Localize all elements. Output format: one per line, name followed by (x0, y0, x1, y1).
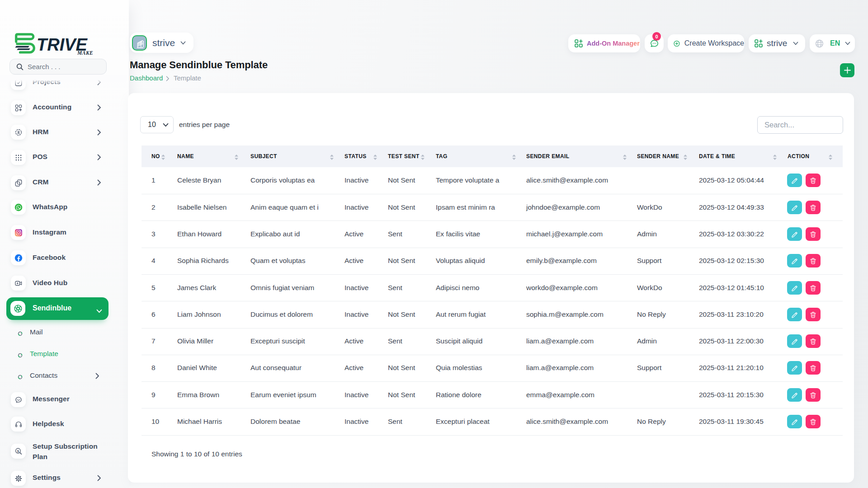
svg-text:MAKE: MAKE (77, 50, 93, 55)
svg-text:$: $ (17, 449, 19, 453)
